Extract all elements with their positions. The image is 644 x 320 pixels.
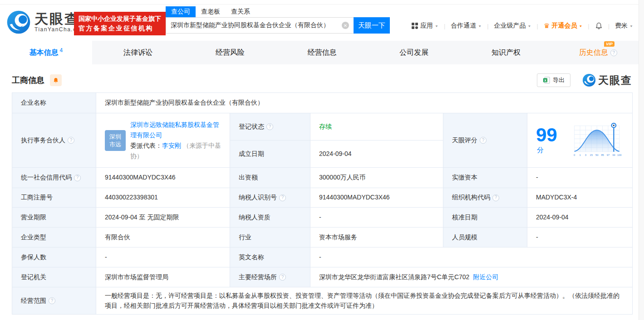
field-label: 登记机关 [12,267,96,287]
search-tab-boss[interactable]: 查老板 [196,6,226,17]
tab-history-info[interactable]: 历史信息 VIP ? [552,41,644,64]
search-area: 查公司 查老板 查关系 ✕ 天眼一下 [166,6,390,34]
chevron-down-icon: ▼ [478,24,482,27]
field-label: 登记状态 ? [230,113,310,141]
nav-enterprise-products[interactable]: 企业级产品 ▼ [494,22,531,30]
help-icon[interactable]: ? [279,194,286,201]
company-type-value: 有限合伙 [96,228,230,247]
help-icon[interactable]: ? [266,123,273,130]
table-row: 统一社会信用代码 ? 91440300MADYDC3X46 出资额 300000… [12,168,633,188]
help-icon[interactable]: ? [68,137,74,144]
apps-grid-icon [412,23,418,29]
english-name-value: - [310,247,633,267]
field-label: 人员规模 [443,228,527,247]
field-label: 纳税人识别号 ? [230,188,310,208]
executive-partner-cell: 深圳市远 深圳市远致储能私募股权基金管理有限公司 委派代表：李安刚 （来源于中基… [96,113,230,168]
nav-user-menu[interactable]: 费米 ▼ [615,22,633,30]
svg-text:100: 100 [617,154,622,156]
nav-divider: | [444,23,445,29]
help-icon[interactable]: ? [74,175,81,181]
nav-partner-channel[interactable]: 合作通道 ▼ [451,22,482,30]
table-row: 参保人数 - 英文名称 - [12,247,633,267]
tianyancha-logo-icon [6,10,31,34]
representative-link[interactable]: 李安刚 [162,142,181,149]
field-label: 实缴资本 [443,168,527,188]
table-row: 营业期限 2024-09-04 至 无固定期限 纳税人资质 - 核准日期 202… [12,208,633,228]
registration-status-value: 存续 [310,113,443,141]
field-label: 行业 [230,228,310,247]
chevron-down-icon: ▼ [528,24,531,27]
site-header: 天眼查 TianYanCha.com 国家中小企业发展子基金旗下 官方备案企业征… [0,5,644,41]
crown-icon: ♛ [544,22,550,30]
tab-count-badge: 4 [60,47,63,53]
tab-basic-info[interactable]: 基本信息 4 [0,41,92,64]
field-label: 出资额 [230,168,310,188]
clear-search-icon[interactable]: ✕ [342,22,349,29]
partner-company-link[interactable]: 深圳市远致储能私募股权基金管理有限公司 [130,121,219,139]
field-label: 营业期限 [12,208,96,228]
help-icon[interactable]: ? [610,49,617,56]
nav-apps[interactable]: 应用 ▼ [412,22,438,30]
taxpayer-quality-value: - [310,208,443,228]
tab-operation-risk[interactable]: 经营风险 [184,41,276,64]
taxpayer-id-value: 91440300MADYDC3X46 [310,188,443,208]
search-tabs: 查公司 查老板 查关系 [166,6,390,17]
chevron-down-icon: ▼ [435,24,438,27]
table-row: 登记机关 深圳市市场监督管理局 主要经营场所 ? 深圳市龙华区龙华街道富康社区清… [12,267,633,287]
svg-text:50: 50 [595,154,598,156]
tianyancha-watermark: 天眼查 [582,73,632,87]
official-credential-badge: 国家中小企业发展子基金旗下 官方备案企业征信机构 [74,12,166,35]
reg-number-value: 440300223398301 [96,188,230,208]
company-avatar[interactable]: 深圳市远 [105,130,126,151]
nav-notifications[interactable] [595,22,603,30]
section-title: 工商信息 [12,75,44,86]
field-label: 纳税人资质 [230,208,310,228]
bell-icon [595,22,603,30]
search-tab-relation[interactable]: 查关系 [226,6,256,17]
paid-capital-value: - [527,168,633,188]
field-label: 执行事务合伙人 ? [12,113,96,168]
help-icon[interactable]: ? [492,194,499,201]
chevron-down-icon: ▼ [629,24,633,27]
nav-divider: | [487,23,488,29]
tab-legal-lawsuits[interactable]: 法律诉讼 [92,41,184,64]
tianyancha-logo-icon [582,73,596,87]
nav-divider: | [608,23,610,29]
tab-operation-info[interactable]: 经营信息 [276,41,368,64]
establish-date-value: 2024-09-04 [310,141,443,168]
search-input[interactable] [166,17,354,34]
export-button[interactable]: X 导出 [537,73,570,87]
table-row: 经营范围 ? 一般经营项目是：无，许可经营项目是：以私募基金从事股权投资、投资管… [12,287,633,315]
company-section-tabs: 基本信息 4 法律诉讼 经营风险 经营信息 公司发展 知识产权 历史信息 VIP… [0,41,644,64]
field-label: 参保人数 [12,247,96,267]
nav-open-vip[interactable]: ♛ 开通会员 ▼ [544,22,582,30]
industry-value: 资本市场服务 [310,228,443,247]
nearby-companies-link[interactable]: 附近公司 [473,273,498,281]
tyc-score-cell: 99分 [527,113,633,168]
field-label: 企业名称 [12,93,96,113]
business-term-value: 2024-09-04 至 无固定期限 [96,208,230,228]
field-label: 组织机构代码 ? [443,188,527,208]
nav-divider: | [537,23,538,29]
subscribe-bell-chip[interactable] [50,74,62,86]
scrollbar[interactable] [639,0,644,320]
tab-company-development[interactable]: 公司发展 [368,41,460,64]
table-row: 工商注册号 440300223398301 纳税人识别号 ? 91440300M… [12,188,633,208]
tab-intellectual-property[interactable]: 知识产权 [460,41,552,64]
search-button[interactable]: 天眼一下 [354,17,390,34]
capital-value: 300000万人民币 [310,168,443,188]
help-icon[interactable]: ? [279,274,286,281]
field-label: 经营范围 ? [12,287,96,315]
help-icon[interactable]: ? [49,297,55,304]
username: 费米 [615,22,628,30]
search-tab-company[interactable]: 查公司 [166,6,196,17]
org-code-value: MADYDC3X-4 [527,188,633,208]
field-label: 天眼评分 ? [443,113,527,168]
table-row: 企业类型 有限合伙 行业 资本市场服务 人员规模 - [12,228,633,247]
field-label: 核准日期 [443,208,527,228]
svg-text:97: 97 [607,154,610,156]
business-scope-value: 一般经营项目是：无，许可经营项目是：以私募基金从事股权投资、投资管理、资产管理等… [96,287,633,315]
business-address-value: 深圳市龙华区龙华街道富康社区清泉路7号C单元C702 附近公司 [310,267,633,287]
svg-text:85: 85 [601,154,604,156]
help-icon[interactable]: ? [480,137,487,144]
